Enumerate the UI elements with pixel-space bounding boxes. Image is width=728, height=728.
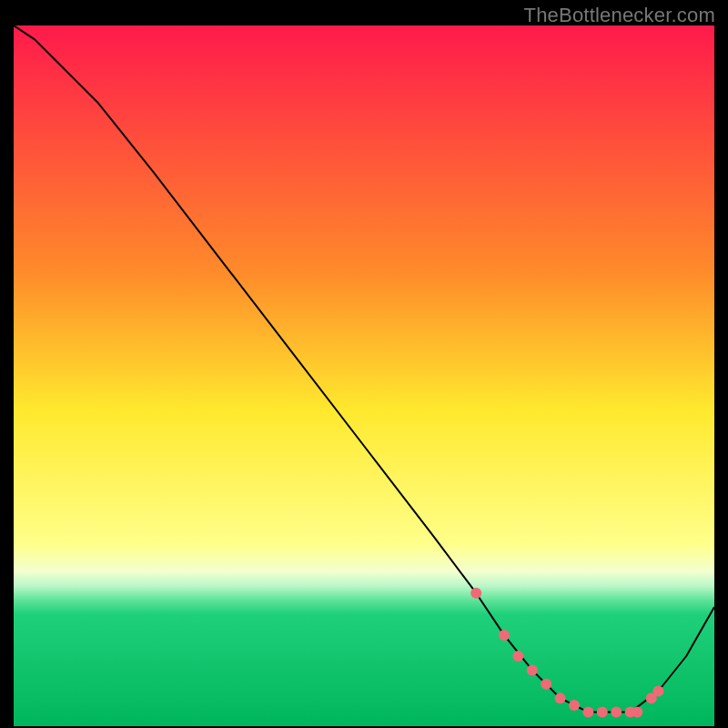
highlight-dot [555, 693, 566, 703]
plot-background [14, 25, 714, 726]
highlight-dot [569, 700, 580, 711]
highlight-dot [652, 686, 663, 697]
highlight-dot [499, 630, 510, 641]
chart-svg [14, 25, 714, 726]
highlight-dot [597, 707, 608, 718]
highlight-dot [632, 707, 642, 718]
highlight-dot [541, 679, 551, 690]
highlight-dot [582, 707, 593, 718]
chart-frame [14, 25, 714, 726]
highlight-dot [611, 707, 622, 718]
highlight-dot [470, 588, 481, 599]
highlight-dot [527, 664, 538, 675]
watermark-text: TheBottlenecker.com [524, 4, 715, 27]
highlight-dot [512, 651, 523, 662]
